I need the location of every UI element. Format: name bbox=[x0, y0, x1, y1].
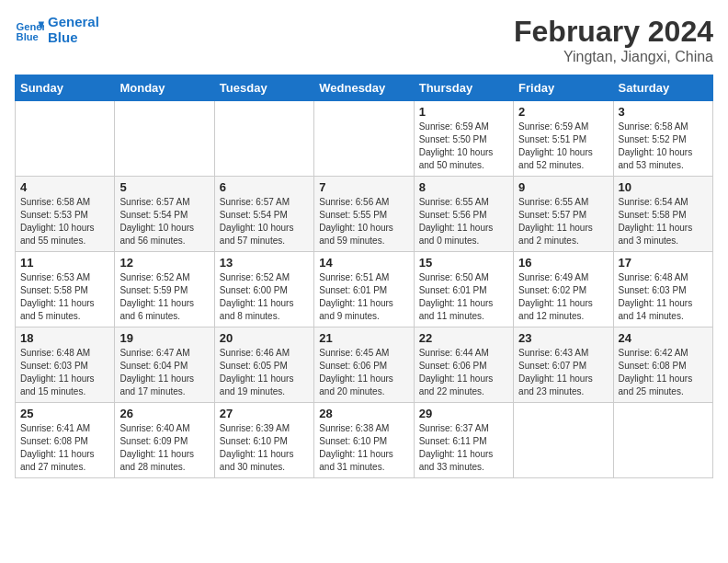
day-number: 20 bbox=[220, 331, 309, 345]
calendar-table: SundayMondayTuesdayWednesdayThursdayFrid… bbox=[15, 75, 713, 478]
logo-line2: Blue bbox=[48, 30, 99, 46]
day-info: Sunrise: 6:52 AM Sunset: 6:00 PM Dayligh… bbox=[220, 271, 309, 323]
calendar-cell: 24Sunrise: 6:42 AM Sunset: 6:08 PM Dayli… bbox=[613, 327, 712, 403]
day-number: 17 bbox=[619, 256, 708, 270]
day-number: 5 bbox=[119, 180, 209, 194]
day-info: Sunrise: 6:56 AM Sunset: 5:55 PM Dayligh… bbox=[319, 196, 408, 247]
day-number: 27 bbox=[220, 407, 309, 420]
calendar-cell bbox=[115, 101, 214, 177]
calendar-cell: 22Sunrise: 6:44 AM Sunset: 6:06 PM Dayli… bbox=[414, 327, 513, 403]
day-number: 9 bbox=[518, 180, 608, 194]
calendar-cell: 5Sunrise: 6:57 AM Sunset: 5:54 PM Daylig… bbox=[115, 177, 214, 252]
calendar-cell: 20Sunrise: 6:46 AM Sunset: 6:05 PM Dayli… bbox=[214, 327, 313, 403]
day-info: Sunrise: 6:58 AM Sunset: 5:52 PM Dayligh… bbox=[619, 121, 708, 172]
calendar-cell bbox=[214, 101, 313, 177]
calendar-cell: 21Sunrise: 6:45 AM Sunset: 6:06 PM Dayli… bbox=[314, 327, 414, 403]
calendar-week-row: 4Sunrise: 6:58 AM Sunset: 5:53 PM Daylig… bbox=[16, 177, 713, 252]
weekday-header-friday: Friday bbox=[514, 75, 613, 101]
calendar-cell: 27Sunrise: 6:39 AM Sunset: 6:10 PM Dayli… bbox=[214, 403, 313, 478]
day-number: 22 bbox=[419, 331, 508, 345]
calendar-subtitle: Yingtan, Jiangxi, China bbox=[514, 49, 713, 65]
day-info: Sunrise: 6:41 AM Sunset: 6:08 PM Dayligh… bbox=[20, 422, 109, 474]
day-number: 25 bbox=[20, 407, 109, 420]
calendar-cell: 28Sunrise: 6:38 AM Sunset: 6:10 PM Dayli… bbox=[314, 403, 414, 478]
page-header: General Blue General Blue February 2024 … bbox=[15, 15, 713, 65]
day-number: 3 bbox=[619, 105, 708, 119]
calendar-title: February 2024 bbox=[514, 15, 713, 49]
day-info: Sunrise: 6:48 AM Sunset: 6:03 PM Dayligh… bbox=[619, 271, 708, 323]
day-number: 19 bbox=[119, 331, 209, 345]
day-number: 26 bbox=[119, 407, 209, 420]
day-number: 10 bbox=[619, 180, 708, 194]
day-info: Sunrise: 6:45 AM Sunset: 6:06 PM Dayligh… bbox=[319, 347, 408, 398]
calendar-week-row: 25Sunrise: 6:41 AM Sunset: 6:08 PM Dayli… bbox=[16, 403, 713, 478]
weekday-header-saturday: Saturday bbox=[613, 75, 712, 101]
day-info: Sunrise: 6:50 AM Sunset: 6:01 PM Dayligh… bbox=[419, 271, 508, 323]
calendar-cell bbox=[613, 403, 712, 478]
day-number: 11 bbox=[20, 256, 109, 270]
day-number: 16 bbox=[518, 256, 608, 270]
day-info: Sunrise: 6:49 AM Sunset: 6:02 PM Dayligh… bbox=[518, 271, 608, 323]
calendar-cell: 1Sunrise: 6:59 AM Sunset: 5:50 PM Daylig… bbox=[414, 101, 513, 177]
calendar-cell: 7Sunrise: 6:56 AM Sunset: 5:55 PM Daylig… bbox=[314, 177, 414, 252]
day-number: 8 bbox=[419, 180, 508, 194]
day-info: Sunrise: 6:55 AM Sunset: 5:56 PM Dayligh… bbox=[419, 196, 508, 247]
logo: General Blue General Blue bbox=[15, 15, 99, 45]
calendar-cell bbox=[16, 101, 115, 177]
weekday-header-thursday: Thursday bbox=[414, 75, 513, 101]
calendar-cell: 23Sunrise: 6:43 AM Sunset: 6:07 PM Dayli… bbox=[514, 327, 613, 403]
calendar-week-row: 11Sunrise: 6:53 AM Sunset: 5:58 PM Dayli… bbox=[16, 252, 713, 327]
calendar-cell: 16Sunrise: 6:49 AM Sunset: 6:02 PM Dayli… bbox=[514, 252, 613, 327]
day-info: Sunrise: 6:46 AM Sunset: 6:05 PM Dayligh… bbox=[220, 347, 309, 398]
calendar-cell: 3Sunrise: 6:58 AM Sunset: 5:52 PM Daylig… bbox=[613, 101, 712, 177]
day-number: 15 bbox=[419, 256, 508, 270]
calendar-cell: 6Sunrise: 6:57 AM Sunset: 5:54 PM Daylig… bbox=[214, 177, 313, 252]
calendar-cell: 12Sunrise: 6:52 AM Sunset: 5:59 PM Dayli… bbox=[115, 252, 214, 327]
title-block: February 2024 Yingtan, Jiangxi, China bbox=[514, 15, 713, 65]
logo-icon: General Blue bbox=[15, 16, 44, 45]
day-info: Sunrise: 6:39 AM Sunset: 6:10 PM Dayligh… bbox=[220, 422, 309, 474]
day-info: Sunrise: 6:37 AM Sunset: 6:11 PM Dayligh… bbox=[419, 422, 508, 474]
day-info: Sunrise: 6:51 AM Sunset: 6:01 PM Dayligh… bbox=[319, 271, 408, 323]
calendar-cell: 11Sunrise: 6:53 AM Sunset: 5:58 PM Dayli… bbox=[16, 252, 115, 327]
day-info: Sunrise: 6:53 AM Sunset: 5:58 PM Dayligh… bbox=[20, 271, 109, 323]
day-number: 13 bbox=[220, 256, 309, 270]
day-number: 1 bbox=[419, 105, 508, 119]
day-number: 24 bbox=[619, 331, 708, 345]
day-number: 21 bbox=[319, 331, 408, 345]
calendar-cell: 25Sunrise: 6:41 AM Sunset: 6:08 PM Dayli… bbox=[16, 403, 115, 478]
day-info: Sunrise: 6:48 AM Sunset: 6:03 PM Dayligh… bbox=[20, 347, 109, 398]
day-info: Sunrise: 6:52 AM Sunset: 5:59 PM Dayligh… bbox=[119, 271, 209, 323]
calendar-week-row: 1Sunrise: 6:59 AM Sunset: 5:50 PM Daylig… bbox=[16, 101, 713, 177]
calendar-cell: 29Sunrise: 6:37 AM Sunset: 6:11 PM Dayli… bbox=[414, 403, 513, 478]
day-info: Sunrise: 6:57 AM Sunset: 5:54 PM Dayligh… bbox=[119, 196, 209, 247]
calendar-cell: 15Sunrise: 6:50 AM Sunset: 6:01 PM Dayli… bbox=[414, 252, 513, 327]
weekday-header-sunday: Sunday bbox=[16, 75, 115, 101]
day-number: 28 bbox=[319, 407, 408, 420]
day-number: 4 bbox=[20, 180, 109, 194]
weekday-header-wednesday: Wednesday bbox=[314, 75, 414, 101]
calendar-cell: 2Sunrise: 6:59 AM Sunset: 5:51 PM Daylig… bbox=[514, 101, 613, 177]
weekday-header-tuesday: Tuesday bbox=[214, 75, 313, 101]
weekday-header-monday: Monday bbox=[115, 75, 214, 101]
logo-line1: General bbox=[48, 15, 99, 30]
calendar-cell: 9Sunrise: 6:55 AM Sunset: 5:57 PM Daylig… bbox=[514, 177, 613, 252]
day-number: 18 bbox=[20, 331, 109, 345]
calendar-cell: 17Sunrise: 6:48 AM Sunset: 6:03 PM Dayli… bbox=[613, 252, 712, 327]
calendar-cell: 19Sunrise: 6:47 AM Sunset: 6:04 PM Dayli… bbox=[115, 327, 214, 403]
calendar-week-row: 18Sunrise: 6:48 AM Sunset: 6:03 PM Dayli… bbox=[16, 327, 713, 403]
day-number: 2 bbox=[518, 105, 608, 119]
day-info: Sunrise: 6:43 AM Sunset: 6:07 PM Dayligh… bbox=[518, 347, 608, 398]
day-info: Sunrise: 6:59 AM Sunset: 5:51 PM Dayligh… bbox=[518, 121, 608, 172]
day-info: Sunrise: 6:54 AM Sunset: 5:58 PM Dayligh… bbox=[619, 196, 708, 247]
calendar-cell: 26Sunrise: 6:40 AM Sunset: 6:09 PM Dayli… bbox=[115, 403, 214, 478]
day-info: Sunrise: 6:57 AM Sunset: 5:54 PM Dayligh… bbox=[220, 196, 309, 247]
day-number: 12 bbox=[119, 256, 209, 270]
day-info: Sunrise: 6:38 AM Sunset: 6:10 PM Dayligh… bbox=[319, 422, 408, 474]
calendar-cell: 10Sunrise: 6:54 AM Sunset: 5:58 PM Dayli… bbox=[613, 177, 712, 252]
day-info: Sunrise: 6:59 AM Sunset: 5:50 PM Dayligh… bbox=[419, 121, 508, 172]
calendar-cell: 14Sunrise: 6:51 AM Sunset: 6:01 PM Dayli… bbox=[314, 252, 414, 327]
calendar-cell: 8Sunrise: 6:55 AM Sunset: 5:56 PM Daylig… bbox=[414, 177, 513, 252]
day-number: 6 bbox=[220, 180, 309, 194]
calendar-cell: 4Sunrise: 6:58 AM Sunset: 5:53 PM Daylig… bbox=[16, 177, 115, 252]
